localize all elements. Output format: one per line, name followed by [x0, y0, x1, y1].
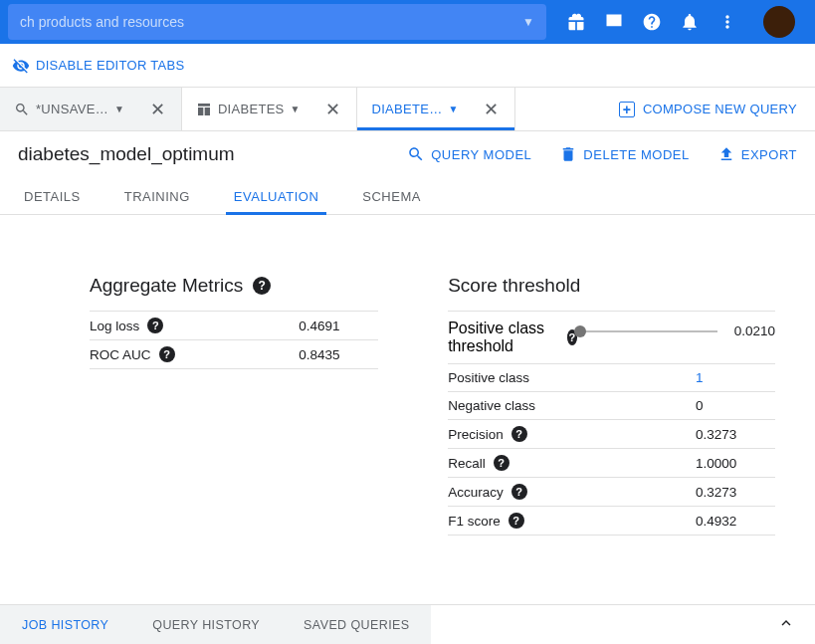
tab-saved-queries[interactable]: SAVED QUERIES	[282, 605, 431, 644]
close-icon[interactable]: ✕	[323, 99, 342, 120]
compose-new-query-button[interactable]: + COMPOSE NEW QUERY	[619, 88, 815, 130]
topbar-actions	[554, 6, 807, 38]
search-dropdown-icon[interactable]: ▼	[522, 15, 534, 29]
query-model-button[interactable]: QUERY MODEL	[407, 145, 531, 163]
tab-label: DIABETE…	[371, 102, 442, 116]
help-icon[interactable]: ?	[253, 277, 271, 295]
help-icon[interactable]: ?	[494, 455, 509, 471]
aggregate-metrics-section: Aggregate Metrics ? Log loss? 0.4691 ROC…	[90, 275, 378, 536]
score-threshold-title: Score threshold	[448, 275, 775, 297]
search-placeholder: ch products and resources	[20, 14, 522, 30]
table-icon	[196, 102, 212, 117]
disable-editor-tabs-button[interactable]: DISABLE EDITOR TABS	[12, 57, 184, 75]
chevron-down-icon[interactable]: ▼	[114, 104, 124, 114]
metric-row-logloss: Log loss? 0.4691	[90, 311, 378, 339]
trash-icon	[559, 145, 577, 163]
more-vert-icon[interactable]	[717, 12, 737, 32]
search-box[interactable]: ch products and resources ▼	[8, 4, 546, 40]
tab-label: *UNSAVE…	[36, 102, 108, 116]
export-model-button[interactable]: EXPORT	[717, 145, 797, 163]
editor-tabs-row: *UNSAVE… ▼ ✕ DIABETES ▼ ✕ DIABETE… ▼ ✕ +…	[0, 88, 815, 131]
tab-evaluation[interactable]: EVALUATION	[226, 179, 326, 214]
query-icon	[14, 102, 30, 117]
bottom-tabs: JOB HISTORY QUERY HISTORY SAVED QUERIES	[0, 605, 431, 644]
console-icon[interactable]	[604, 12, 624, 32]
help-icon[interactable]: ?	[147, 318, 163, 333]
slider-value: 0.0210	[727, 323, 775, 338]
editor-tab-diabetes-model[interactable]: DIABETE… ▼ ✕	[357, 88, 515, 130]
upload-icon	[717, 145, 735, 163]
tab-job-history[interactable]: JOB HISTORY	[0, 605, 130, 644]
metric-row-rocauc: ROC AUC? 0.8435	[90, 339, 378, 369]
editor-tab-diabetes[interactable]: DIABETES ▼ ✕	[182, 88, 358, 130]
editor-tab-unsaved[interactable]: *UNSAVE… ▼ ✕	[0, 88, 182, 130]
slider-label: Positive class threshold ?	[448, 320, 577, 355]
tab-training[interactable]: TRAINING	[116, 179, 198, 214]
help-icon[interactable]: ?	[511, 484, 527, 500]
metric-row: Recall? 1.0000	[448, 448, 775, 477]
disable-editor-tabs-row: DISABLE EDITOR TABS	[0, 44, 815, 88]
score-threshold-section: Score threshold Positive class threshold…	[448, 275, 775, 536]
bottom-bar: JOB HISTORY QUERY HISTORY SAVED QUERIES	[0, 604, 815, 644]
notifications-icon[interactable]	[680, 12, 700, 32]
threshold-slider[interactable]	[577, 330, 717, 332]
metric-row: Precision? 0.3273	[448, 419, 775, 448]
model-title: diabetes_model_optimum	[18, 143, 407, 165]
disable-editor-tabs-label: DISABLE EDITOR TABS	[36, 58, 184, 73]
avatar[interactable]	[763, 6, 795, 38]
delete-model-button[interactable]: DELETE MODEL	[559, 145, 689, 163]
compose-label: COMPOSE NEW QUERY	[643, 102, 797, 116]
metric-row: Accuracy? 0.3273	[448, 477, 775, 506]
chevron-up-icon	[777, 614, 795, 632]
top-app-bar: ch products and resources ▼	[0, 0, 815, 44]
threshold-slider-row: Positive class threshold ? 0.0210	[448, 311, 775, 363]
close-icon[interactable]: ✕	[482, 99, 501, 120]
close-icon[interactable]: ✕	[148, 99, 167, 120]
tab-label: DIABETES	[218, 102, 285, 116]
slider-thumb[interactable]	[574, 325, 586, 337]
evaluation-content: Aggregate Metrics ? Log loss? 0.4691 ROC…	[0, 215, 815, 555]
metric-row: F1 score? 0.4932	[448, 506, 775, 536]
gift-icon[interactable]	[566, 12, 586, 32]
metric-row: Negative class 0	[448, 391, 775, 419]
plus-icon: +	[619, 102, 635, 117]
expand-panel-button[interactable]	[757, 614, 815, 636]
aggregate-metrics-title: Aggregate Metrics ?	[90, 275, 378, 297]
chevron-down-icon[interactable]: ▼	[449, 104, 459, 114]
chevron-down-icon[interactable]: ▼	[291, 104, 301, 114]
search-icon	[407, 145, 425, 163]
tab-query-history[interactable]: QUERY HISTORY	[130, 605, 282, 644]
help-icon[interactable]: ?	[509, 513, 524, 529]
model-actions: QUERY MODEL DELETE MODEL EXPORT	[407, 145, 797, 163]
tab-schema[interactable]: SCHEMA	[354, 179, 429, 214]
tab-details[interactable]: DETAILS	[16, 179, 89, 214]
help-icon[interactable]	[642, 12, 662, 32]
help-icon[interactable]: ?	[159, 346, 175, 362]
metric-row: Positive class 1	[448, 363, 775, 391]
model-header: diabetes_model_optimum QUERY MODEL DELET…	[0, 131, 815, 165]
help-icon[interactable]: ?	[511, 426, 527, 442]
visibility-off-icon	[12, 57, 30, 75]
model-subtabs: DETAILS TRAINING EVALUATION SCHEMA	[0, 171, 815, 215]
